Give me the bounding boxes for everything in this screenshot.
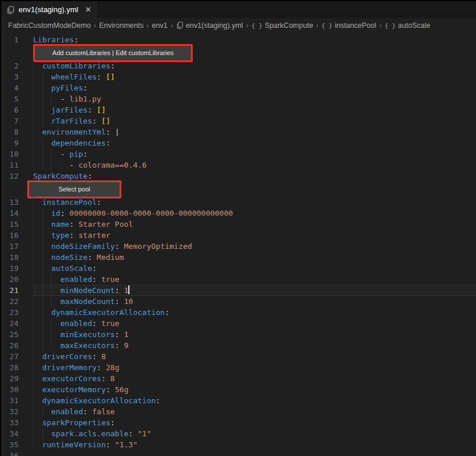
file-icon: [176, 21, 183, 29]
code-line[interactable]: 2customLibraries:: [1, 60, 476, 71]
code-line[interactable]: 32enabled: false: [1, 406, 476, 417]
code-line[interactable]: 25minExecutors: 1: [1, 329, 476, 340]
close-icon[interactable]: ✕: [85, 5, 92, 14]
editor[interactable]: 1Libraries:Add customLibraries | Edit cu…: [1, 32, 476, 456]
breadcrumb-item[interactable]: env1: [152, 21, 168, 30]
text-cursor: [128, 285, 129, 294]
line-number: 31: [1, 395, 33, 406]
code-line[interactable]: 8environmentYml: |: [1, 126, 476, 137]
code-token: starter: [78, 231, 110, 240]
indent-guide: [33, 285, 42, 296]
code-line[interactable]: 30executorMemory: 56g: [1, 384, 476, 395]
code-line[interactable]: 6jarFiles: []: [1, 104, 476, 115]
code-text: [33, 450, 476, 456]
code-line[interactable]: 9dependencies:: [1, 137, 476, 149]
code-line[interactable]: 11- colorama==0.4.6: [1, 160, 476, 171]
indent-guide: [33, 71, 42, 82]
code-line[interactable]: 36: [1, 450, 476, 456]
tab-bar: env1(staging).yml ✕: [1, 1, 476, 18]
code-line[interactable]: 24enabled: true: [1, 318, 476, 329]
line-number: 29: [1, 373, 33, 384]
chevron-right-icon: ›: [146, 21, 149, 30]
indent-guide: [42, 160, 52, 171]
code-line[interactable]: 27driverCores: 8: [1, 351, 476, 362]
code-token: "1": [138, 429, 151, 438]
code-line[interactable]: 3wheelFiles: []: [1, 71, 476, 82]
code-line[interactable]: 7rTarFiles: []: [1, 115, 476, 126]
code-token: :: [101, 374, 110, 383]
code-line[interactable]: 14id: 00000000-0000-0000-0000-0000000000…: [1, 208, 476, 219]
code-line[interactable]: 33sparkProperties:: [1, 417, 476, 428]
code-line[interactable]: 16type: starter: [1, 230, 476, 241]
code-text: pyFiles:: [33, 82, 476, 93]
code-line[interactable]: 4pyFiles:: [1, 82, 476, 93]
code-line[interactable]: 28driverMemory: 28g: [1, 362, 476, 373]
indent-guide: [33, 252, 42, 263]
line-number: 32: [1, 406, 33, 417]
code-token: pip: [70, 150, 83, 158]
code-token: enabled: [51, 407, 83, 416]
line-number: 3: [1, 71, 33, 82]
code-token: MemoryOptimized: [124, 242, 192, 251]
code-action-button[interactable]: Add customLibraries | Edit customLibrari…: [35, 46, 191, 60]
breadcrumb-label: FabricCustomModeDemo: [8, 21, 91, 30]
code-token: Libraries: [33, 35, 74, 44]
code-token: "1.3": [115, 440, 138, 449]
code-token: Starter Pool: [78, 220, 133, 229]
code-line[interactable]: 29executorCores: 8: [1, 373, 476, 384]
code-text: maxNodeCount: 10: [33, 296, 476, 307]
code-line[interactable]: 34spark.acls.enable: "1": [1, 428, 476, 439]
code-text: autoScale:: [33, 263, 476, 274]
code-token: :: [97, 363, 106, 372]
editor-tab[interactable]: env1(staging).yml ✕: [1, 1, 98, 18]
code-token: :: [70, 231, 79, 240]
breadcrumb-item[interactable]: env1(staging).yml: [176, 21, 243, 30]
code-token: maxExecutors: [60, 341, 115, 350]
indent-guide: [33, 93, 42, 104]
line-number: 24: [1, 318, 33, 329]
indent-guide: [51, 329, 60, 340]
breadcrumb-item[interactable]: { }SparkCompute: [251, 21, 313, 30]
breadcrumb-label: autoScale: [398, 21, 431, 30]
indent-guide: [33, 428, 42, 439]
code-token: enabled: [60, 319, 92, 328]
code-action-button[interactable]: Select pool: [29, 182, 120, 197]
code-token: dependencies: [51, 139, 106, 147]
code-token: :: [115, 341, 124, 350]
code-line[interactable]: 15name: Starter Pool: [1, 219, 476, 230]
indent-guide: [33, 160, 42, 171]
line-number: 28: [1, 362, 33, 373]
code-line[interactable]: 20enabled: true: [1, 274, 476, 285]
code-line[interactable]: 18nodeSize: Medium: [1, 252, 476, 263]
code-line[interactable]: 23dynamicExecutorAllocation:: [1, 307, 476, 318]
code-token: driverMemory: [42, 363, 97, 372]
code-token: :: [92, 275, 102, 284]
indent-guide: [33, 340, 42, 351]
code-line[interactable]: 22maxNodeCount: 10: [1, 296, 476, 307]
code-line[interactable]: 17nodeSizeFamily: MemoryOptimized: [1, 241, 476, 252]
code-line[interactable]: 31dynamicExecutorAllocation:: [1, 395, 476, 406]
code-text: dependencies:: [33, 137, 476, 149]
breadcrumb-item[interactable]: Environments: [99, 21, 143, 30]
indent-guide: [33, 241, 42, 252]
code-line[interactable]: 35runtimeVersion: "1.3": [1, 439, 476, 450]
code-token: rTarFiles: [51, 117, 92, 125]
code-text: maxExecutors: 9: [33, 340, 476, 351]
line-number: 2: [1, 60, 33, 71]
code-line[interactable]: 21minNodeCount: 1: [1, 285, 476, 296]
breadcrumb-item[interactable]: { }instancePool: [322, 21, 377, 30]
code-line[interactable]: 19autoScale:: [1, 263, 476, 274]
indent-guide: [33, 406, 42, 417]
code-token: :: [97, 73, 106, 81]
code-line[interactable]: 13instancePool:: [1, 197, 476, 208]
code-line[interactable]: 26maxExecutors: 9: [1, 340, 476, 351]
code-token: :: [110, 418, 115, 427]
code-token: nodeSize: [51, 253, 88, 262]
line-number: 13: [1, 197, 33, 208]
code-text: customLibraries:: [33, 60, 476, 71]
code-line[interactable]: 5- lib1.py: [1, 93, 476, 104]
breadcrumb-item[interactable]: { }autoScale: [385, 21, 431, 30]
code-token: maxNodeCount: [60, 297, 115, 306]
code-line[interactable]: 10- pip:: [1, 149, 476, 160]
breadcrumb-item[interactable]: FabricCustomModeDemo: [8, 21, 91, 30]
